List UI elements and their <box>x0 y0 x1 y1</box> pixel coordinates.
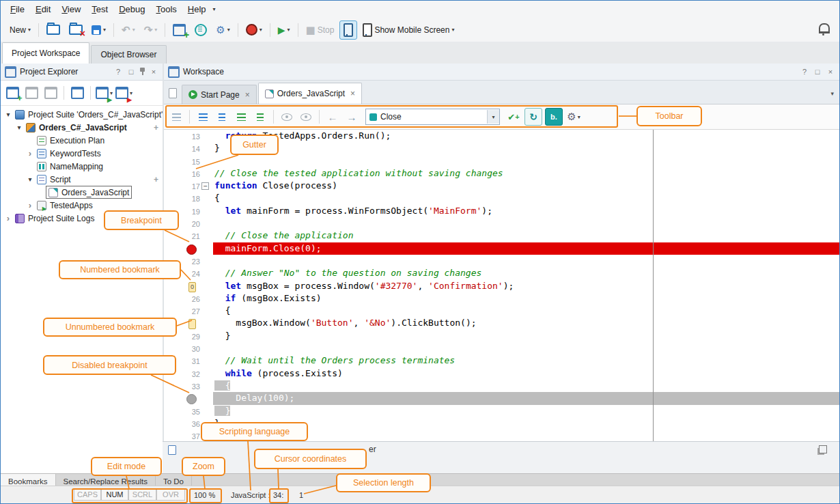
gutter-line-21[interactable]: 21 <box>164 229 213 242</box>
help-icon[interactable]: ? <box>800 68 809 76</box>
gutter-line-13[interactable]: 13 <box>164 130 213 142</box>
gutter-line-28[interactable] <box>164 317 213 329</box>
refresh-button[interactable]: ↻ <box>524 108 542 126</box>
hide-region-button[interactable] <box>279 109 295 125</box>
gutter-line-14[interactable]: 14 <box>164 142 213 154</box>
expand-icon[interactable]: › <box>3 215 13 222</box>
gutter-line-23[interactable]: 23 <box>164 255 213 267</box>
tree-item-testedapps[interactable]: ›TestedApps <box>1 199 163 212</box>
menu-file[interactable]: File <box>5 2 30 16</box>
show-region-button[interactable] <box>298 109 314 125</box>
gutter-line-34[interactable] <box>164 392 213 404</box>
add-child-button[interactable]: + <box>154 123 158 132</box>
indent-button[interactable] <box>214 109 230 125</box>
gutter-line-17[interactable]: 17− <box>164 180 213 192</box>
close-file-button[interactable] <box>66 21 86 39</box>
gutter-line-26[interactable]: 26 <box>164 292 213 305</box>
comment-button[interactable] <box>233 109 249 125</box>
syntax-check-button[interactable]: ✔+ <box>505 109 522 125</box>
gutter-line-24[interactable]: 24 <box>164 267 213 279</box>
collapse-icon[interactable]: ▾ <box>14 124 24 131</box>
maximize-panel-icon[interactable]: □ <box>126 68 136 76</box>
gutter-line-15[interactable]: 15 <box>164 155 213 167</box>
save-button[interactable]: ▾ <box>88 21 109 39</box>
gutter-line-20[interactable]: 20 <box>164 217 213 229</box>
tree-item-keywordtests[interactable]: ›KeywordTests <box>1 147 163 160</box>
beautify-button[interactable]: b. <box>545 108 563 126</box>
gutter-line-19[interactable]: 19 <box>164 205 213 217</box>
gutter-line-31[interactable]: 31 <box>164 354 213 367</box>
tab-object-browser[interactable]: Object Browser <box>91 45 166 64</box>
dropdown-button[interactable]: ▾ <box>487 110 499 124</box>
tab-project-workspace[interactable]: Project Workspace <box>2 42 89 64</box>
menu-test[interactable]: Test <box>86 2 113 16</box>
gutter-line-32[interactable]: 32 <box>164 367 213 380</box>
menu-overflow-chevron-icon[interactable]: ▾ <box>213 6 216 12</box>
close-tab-icon[interactable]: × <box>350 89 355 98</box>
close-tab-icon[interactable]: × <box>245 90 250 100</box>
help-icon[interactable]: ? <box>113 68 123 76</box>
navigate-back-button[interactable]: ← <box>324 109 341 125</box>
gutter-line-37[interactable]: 37 <box>164 430 213 441</box>
redo-button[interactable]: ↷▾ <box>141 21 161 39</box>
show-mobile-screen-toggle[interactable] <box>339 20 357 40</box>
numbered-bookmark-icon[interactable]: 0 <box>188 282 196 292</box>
open-file-button[interactable] <box>43 21 64 39</box>
gutter-line-29[interactable]: 29 <box>164 330 213 342</box>
menu-help[interactable]: Help <box>182 2 212 16</box>
close-panel-icon[interactable]: × <box>149 68 158 76</box>
open-item-button[interactable] <box>42 85 59 101</box>
tree-item-project-suite-orders-c-javascript-1[interactable]: ▾Project Suite 'Orders_C#_JavaScript' (1 <box>1 108 163 121</box>
expand-icon[interactable]: › <box>25 202 35 209</box>
run-button[interactable]: ▶▾ <box>275 21 294 39</box>
editor-options-button[interactable]: ⚙▾ <box>565 109 582 125</box>
object-spy-button[interactable] <box>191 21 210 39</box>
navigate-forward-button[interactable]: → <box>344 109 360 125</box>
document-list-icon[interactable] <box>169 88 177 98</box>
disabled-breakpoint-icon[interactable] <box>186 394 197 404</box>
uncomment-button[interactable] <box>252 109 268 125</box>
gutter-line-30[interactable]: 30 <box>164 342 213 354</box>
undo-button[interactable]: ↶▾ <box>118 21 139 39</box>
gutter-line-18[interactable]: 18 <box>164 192 213 204</box>
bookmark-icon[interactable] <box>188 319 196 329</box>
pin-panel-icon[interactable] <box>139 68 145 76</box>
gutter-line-35[interactable]: 35 <box>164 405 213 417</box>
editor-tab-orders-javascript[interactable]: Orders_JavaScript× <box>258 83 362 104</box>
tree-item-orders-c-javascript[interactable]: ▾Orders_C#_JavaScript+ <box>1 121 163 134</box>
menu-tools[interactable]: Tools <box>150 2 182 16</box>
collapse-icon[interactable]: ▾ <box>25 176 35 183</box>
new-button[interactable]: New▾ <box>6 21 34 39</box>
tree-item-orders-javascript[interactable]: Orders_JavaScript <box>1 186 163 199</box>
tools-button[interactable]: ⚙▾ <box>212 21 233 39</box>
outdent-button[interactable] <box>195 109 211 125</box>
close-panel-icon[interactable]: × <box>826 68 835 76</box>
editor-tab-start-page[interactable]: Start Page× <box>182 85 257 104</box>
gutter-line-36[interactable]: 36 <box>164 417 213 430</box>
add-project-item-button[interactable]: + <box>4 85 20 101</box>
new-item-button[interactable] <box>23 85 40 101</box>
function-selector-dropdown[interactable]: Close ▾ <box>365 109 500 125</box>
collapse-icon[interactable]: ▾ <box>3 111 13 118</box>
organize-project-button[interactable] <box>69 85 85 101</box>
maximize-panel-icon[interactable]: □ <box>813 68 822 76</box>
tree-item-script[interactable]: ▾Script+ <box>1 173 163 186</box>
record-button[interactable]: ▾ <box>242 21 266 39</box>
notifications-button[interactable] <box>819 23 834 36</box>
fold-collapse-icon[interactable]: − <box>201 182 209 190</box>
format-code-button[interactable] <box>168 109 184 125</box>
menu-edit[interactable]: Edit <box>30 2 56 16</box>
expand-icon[interactable]: › <box>25 150 35 157</box>
run-project-button[interactable]: ▶▾ <box>96 85 113 101</box>
add-new-item-button[interactable] <box>169 21 189 39</box>
tree-item-execution-plan[interactable]: Execution Plan <box>1 134 163 147</box>
menu-debug[interactable]: Debug <box>113 2 150 16</box>
code-area[interactable]: 13 return TestedApps.Orders.Run();14}151… <box>164 130 839 441</box>
tab-list-chevron-icon[interactable]: ▾ <box>830 90 834 97</box>
menu-view[interactable]: View <box>56 2 86 16</box>
gutter-line-33[interactable]: 33 <box>164 380 213 392</box>
debug-project-button[interactable]: ▶▾ <box>115 85 132 101</box>
stop-button[interactable]: ■Stop <box>303 21 338 39</box>
show-mobile-screen-button[interactable]: Show Mobile Screen▾ <box>359 21 458 39</box>
gutter-line-27[interactable]: 27 <box>164 305 213 317</box>
